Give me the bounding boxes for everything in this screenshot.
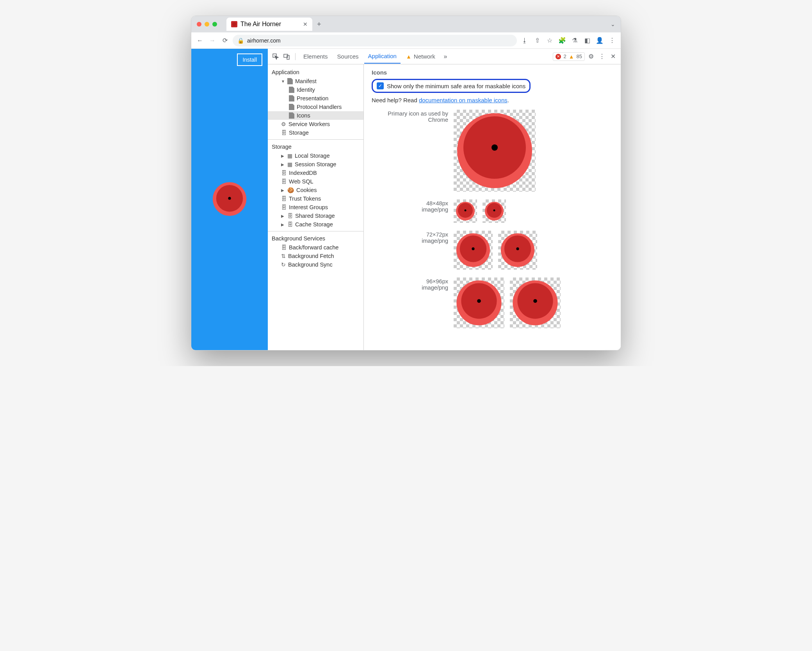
section-storage: Storage <box>268 142 363 151</box>
sidebar-item-bfcache[interactable]: 🗄Back/forward cache <box>268 243 363 252</box>
sidebar-item-cache-storage[interactable]: ▶🗄Cache Storage <box>268 220 363 229</box>
sidebar-item-cookies[interactable]: ▶🍪Cookies <box>268 186 363 194</box>
sidebar-item-background-fetch[interactable]: ⇅Background Fetch <box>268 252 363 260</box>
application-sidebar: Application ▼Manifest Identity Presentat… <box>268 64 364 350</box>
tab-network[interactable]: ▲Network <box>402 50 439 63</box>
airhorn-graphic[interactable] <box>212 181 247 217</box>
panel-heading: Icons <box>372 69 613 76</box>
help-line: Need help? Read documentation on maskabl… <box>372 97 613 103</box>
database-icon: 🗄 <box>281 130 287 136</box>
browser-window: The Air Horner ✕ + ⌄ ← → ⟳ 🔒 airhorner.c… <box>191 16 621 350</box>
icon-preview <box>483 199 506 223</box>
file-icon <box>287 78 293 84</box>
svg-point-14 <box>493 210 495 212</box>
profile-icon[interactable]: 👤 <box>595 36 604 45</box>
docs-link[interactable]: documentation on maskable icons <box>419 97 508 103</box>
share-icon[interactable]: ⇧ <box>532 36 542 45</box>
checkbox-label: Show only the minimum safe area for mask… <box>387 83 525 89</box>
sidebar-item-trust-tokens[interactable]: 🗄Trust Tokens <box>268 194 363 203</box>
new-tab-button[interactable]: + <box>317 20 321 28</box>
device-mode-icon[interactable] <box>282 52 291 61</box>
sidebar-item-presentation[interactable]: Presentation <box>268 94 363 103</box>
page-viewport: Install <box>191 49 268 350</box>
browser-tab[interactable]: The Air Horner ✕ <box>226 18 312 31</box>
labs-icon[interactable]: ⚗ <box>570 36 579 45</box>
sidebar-item-identity[interactable]: Identity <box>268 85 363 94</box>
svg-point-23 <box>477 299 481 303</box>
sidebar-item-storage[interactable]: 🗄Storage <box>268 128 363 137</box>
omnibox[interactable]: 🔒 airhorner.com <box>233 35 517 46</box>
sidepanel-icon[interactable]: ◧ <box>582 36 592 45</box>
icon-preview <box>454 231 493 270</box>
sidebar-item-protocol-handlers[interactable]: Protocol Handlers <box>268 103 363 111</box>
sidebar-item-local-storage[interactable]: ▶▦Local Storage <box>268 151 363 160</box>
sync-icon: ↻ <box>281 261 286 268</box>
section-background: Background Services <box>268 234 363 243</box>
issue-counts[interactable]: ✕ 2 ▲ 85 <box>553 52 585 61</box>
devtools-toolbar: Elements Sources Application ▲Network » … <box>268 49 621 64</box>
sidebar-item-icons[interactable]: Icons <box>268 111 363 120</box>
install-button[interactable]: Install <box>237 53 262 66</box>
table-icon: ▦ <box>287 153 292 159</box>
tab-title: The Air Horner <box>240 21 281 28</box>
minimize-window-icon[interactable] <box>205 22 209 27</box>
sidebar-item-service-workers[interactable]: ⚙Service Workers <box>268 120 363 128</box>
svg-point-8 <box>491 144 498 151</box>
sidebar-item-background-sync[interactable]: ↻Background Sync <box>268 260 363 269</box>
devtools-close-icon[interactable]: ✕ <box>608 52 618 61</box>
warning-icon: ▲ <box>569 53 574 60</box>
error-icon: ✕ <box>556 54 561 59</box>
sidebar-item-interest-groups[interactable]: 🗄Interest Groups <box>268 203 363 212</box>
sidebar-item-session-storage[interactable]: ▶▦Session Storage <box>268 160 363 169</box>
database-icon: 🗄 <box>281 204 287 210</box>
devtools-menu-icon[interactable]: ⋮ <box>597 52 607 61</box>
primary-icon-row: Primary icon as used by Chrome <box>372 110 613 192</box>
icon-preview <box>510 277 561 328</box>
close-window-icon[interactable] <box>197 22 201 27</box>
file-icon <box>289 104 294 110</box>
back-button[interactable]: ← <box>195 36 205 45</box>
inspect-icon[interactable] <box>271 52 280 61</box>
database-icon: 🗄 <box>281 178 287 185</box>
window-titlebar: The Air Horner ✕ + ⌄ <box>191 16 621 32</box>
devtools-settings-icon[interactable]: ⚙ <box>586 52 596 61</box>
sidebar-item-manifest[interactable]: ▼Manifest <box>268 77 363 85</box>
icon-preview <box>454 110 536 192</box>
tab-elements[interactable]: Elements <box>299 50 332 63</box>
sidebar-item-shared-storage[interactable]: ▶🗄Shared Storage <box>268 212 363 220</box>
maximize-window-icon[interactable] <box>212 22 217 27</box>
address-bar: ← → ⟳ 🔒 airhorner.com ⭳ ⇧ ☆ 🧩 ⚗ ◧ 👤 ⋮ <box>191 32 621 49</box>
sidebar-item-websql[interactable]: 🗄Web SQL <box>268 177 363 186</box>
tab-sources[interactable]: Sources <box>333 50 363 63</box>
sidebar-item-indexeddb[interactable]: 🗄IndexedDB <box>268 169 363 177</box>
database-icon: 🗄 <box>287 221 293 228</box>
reload-button[interactable]: ⟳ <box>220 36 230 45</box>
install-pwa-icon[interactable]: ⭳ <box>520 36 529 45</box>
checkbox-icon[interactable]: ✓ <box>377 82 384 89</box>
extensions-icon[interactable]: 🧩 <box>557 36 567 45</box>
warning-count: 85 <box>577 53 582 59</box>
svg-point-17 <box>472 247 474 250</box>
maskable-checkbox-row[interactable]: ✓ Show only the minimum safe area for ma… <box>372 79 531 93</box>
forward-button[interactable]: → <box>208 36 217 45</box>
tab-application[interactable]: Application <box>364 49 401 64</box>
more-tabs-icon[interactable]: » <box>441 52 450 61</box>
svg-point-26 <box>533 299 537 303</box>
database-icon: 🗄 <box>281 196 287 202</box>
url-text: airhorner.com <box>247 37 281 44</box>
chrome-menu-icon[interactable]: ⋮ <box>607 36 617 45</box>
svg-point-20 <box>516 247 519 250</box>
file-icon <box>289 95 294 101</box>
icon-preview <box>454 277 504 328</box>
svg-point-11 <box>465 210 467 212</box>
file-icon <box>289 112 294 119</box>
tabs-menu-icon[interactable]: ⌄ <box>611 21 615 27</box>
content-area: Install Elements Sources Application ▲Ne… <box>191 49 621 350</box>
icon-row-96: 96×96px image/png <box>372 277 613 328</box>
favicon-icon <box>231 21 237 27</box>
table-icon: ▦ <box>287 161 292 167</box>
traffic-lights <box>197 22 217 27</box>
bookmark-icon[interactable]: ☆ <box>545 36 554 45</box>
svg-point-2 <box>228 197 231 200</box>
tab-close-icon[interactable]: ✕ <box>303 21 308 27</box>
